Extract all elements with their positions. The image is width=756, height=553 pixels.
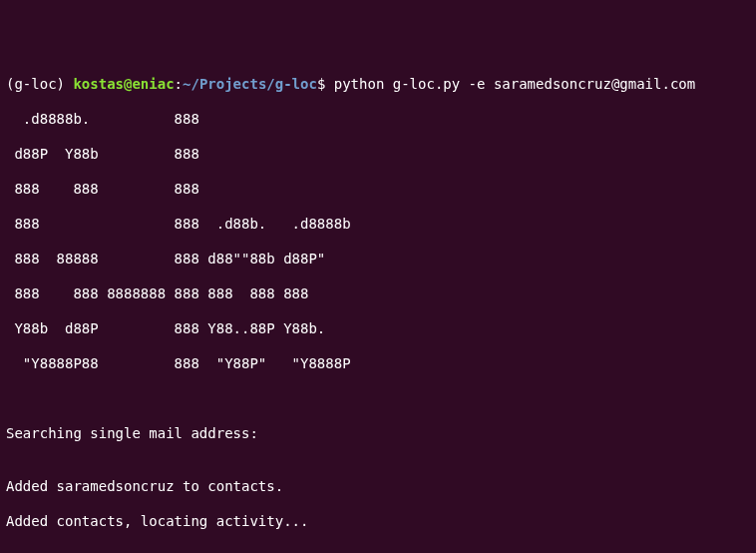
shell-prompt-line[interactable]: (g-loc) kostas@eniac:~/Projects/g-loc$ p… <box>6 76 750 94</box>
searching-text: Searching single mail address: <box>6 425 750 443</box>
ascii-art-line: 888 888 .d88b. .d8888b <box>6 216 750 234</box>
ascii-art-line: "Y8888P88 888 "Y88P" "Y8888P <box>6 355 750 373</box>
ascii-art-line: 888 888 888 <box>6 181 750 199</box>
divider-line: ----------------------------------------… <box>6 548 750 554</box>
ascii-art-line: .d8888b. 888 <box>6 111 750 129</box>
prompt-command: python g-loc.py -e saramedsoncruz@gmail.… <box>334 76 695 92</box>
locating-text: Added contacts, locating activity... <box>6 513 750 531</box>
ascii-art-line: d88P Y88b 888 <box>6 146 750 164</box>
ascii-art-line: 888 888 8888888 888 888 888 888 <box>6 285 750 303</box>
prompt-path: ~/Projects/g-loc <box>183 76 317 92</box>
prompt-dollar: $ <box>317 76 334 92</box>
added-contact-text: Added saramedsoncruz to contacts. <box>6 478 750 496</box>
prompt-env: (g-loc) <box>6 76 73 92</box>
prompt-colon: : <box>175 76 183 92</box>
ascii-art-line: 888 88888 888 d88""88b d88P" <box>6 251 750 269</box>
ascii-art-line: Y88b d88P 888 Y88..88P Y88b. <box>6 320 750 338</box>
prompt-userhost: kostas@eniac <box>73 76 174 92</box>
